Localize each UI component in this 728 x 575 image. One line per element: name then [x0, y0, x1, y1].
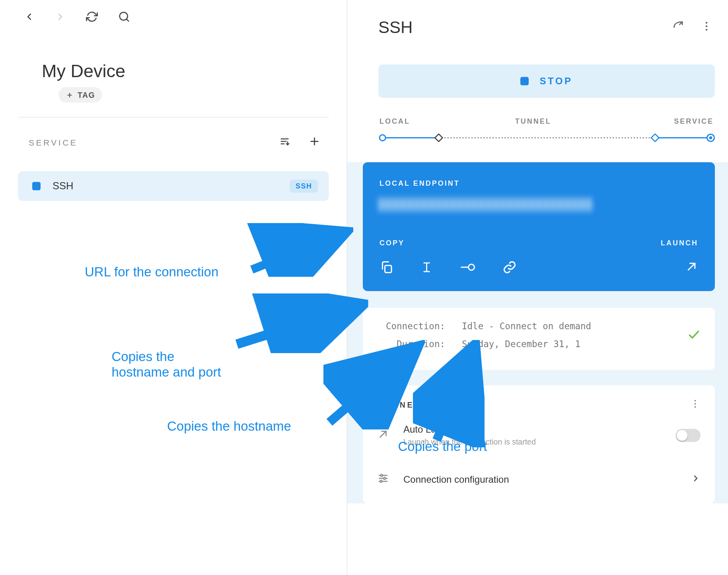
- detail-duration-key: Duration:: [380, 339, 445, 350]
- svg-rect-15: [651, 134, 659, 142]
- back-icon[interactable]: [24, 12, 35, 25]
- svg-point-7: [706, 22, 708, 24]
- launch-setting-icon: [377, 428, 389, 442]
- route-local: LOCAL: [380, 117, 410, 125]
- svg-point-20: [469, 264, 475, 270]
- auto-launch-toggle[interactable]: [675, 429, 701, 442]
- copy-hostname-icon[interactable]: [420, 260, 433, 277]
- section-more-icon[interactable]: [690, 398, 701, 411]
- svg-point-8: [706, 25, 708, 27]
- service-heading: SERVICE: [29, 138, 78, 148]
- service-header: SERVICE: [0, 136, 347, 150]
- left-panel: My Device ＋ TAG SERVICE SSH SSH: [0, 0, 347, 575]
- check-icon: [687, 328, 701, 344]
- copy-port-icon[interactable]: [459, 260, 476, 277]
- nav-bar: [0, 11, 347, 25]
- svg-rect-18: [385, 266, 392, 273]
- share-icon[interactable]: [672, 20, 685, 35]
- endpoint-card: LOCAL ENDPOINT COPY: [363, 162, 715, 291]
- connection-config-setting[interactable]: Connection configuration: [377, 459, 701, 500]
- svg-point-31: [383, 478, 385, 480]
- copy-label: COPY: [380, 239, 519, 247]
- stop-icon: [521, 77, 529, 85]
- service-item-ssh[interactable]: SSH SSH: [18, 171, 329, 201]
- svg-point-9: [706, 29, 708, 31]
- detail-duration-val: Sunday, December 31, 1: [462, 339, 580, 350]
- device-block: My Device ＋ TAG: [0, 25, 347, 103]
- stop-label: STOP: [540, 76, 573, 87]
- search-icon[interactable]: [118, 11, 130, 25]
- add-service-icon[interactable]: [309, 136, 321, 150]
- launch-icon[interactable]: [661, 260, 698, 276]
- route-service: SERVICE: [674, 117, 714, 125]
- detail-header: SSH: [378, 18, 715, 37]
- svg-point-24: [695, 403, 696, 405]
- connection-section: CONNECTION ▼ Auto Launch Launch when the…: [363, 385, 715, 503]
- refresh-icon[interactable]: [86, 11, 98, 25]
- device-title: My Device: [42, 61, 323, 81]
- route-diagram: [378, 134, 715, 142]
- right-panel: SSH STOP LOCAL TUNNEL SERVICE: [347, 0, 728, 575]
- svg-line-1: [127, 19, 128, 21]
- svg-line-26: [380, 431, 386, 437]
- stop-button[interactable]: STOP: [378, 64, 715, 98]
- tag-label: TAG: [78, 90, 95, 99]
- divider: [18, 117, 329, 118]
- forward-icon: [55, 12, 66, 25]
- svg-point-30: [381, 474, 383, 476]
- auto-launch-desc: Launch when the connection is started: [403, 437, 661, 447]
- route-labels: LOCAL TUNNEL SERVICE: [378, 117, 715, 125]
- auto-launch-title: Auto Launch: [403, 424, 661, 435]
- copy-link-icon[interactable]: [502, 260, 519, 277]
- endpoint-label: LOCAL ENDPOINT: [380, 179, 698, 187]
- detail-connection-val: Idle - Connect on demand: [462, 321, 591, 332]
- svg-point-13: [380, 135, 385, 141]
- page-title: SSH: [378, 18, 413, 37]
- svg-rect-14: [435, 134, 442, 142]
- add-tag-button[interactable]: ＋ TAG: [58, 87, 102, 103]
- auto-launch-setting[interactable]: Auto Launch Launch when the connection i…: [377, 411, 701, 460]
- launch-label: LAUNCH: [661, 239, 698, 247]
- connection-heading: CONNECTION: [377, 400, 447, 410]
- svg-point-23: [695, 400, 696, 402]
- svg-line-22: [688, 263, 695, 270]
- caret-down-icon: ▼: [456, 402, 463, 409]
- svg-point-32: [380, 480, 382, 482]
- service-badge: SSH: [290, 180, 318, 193]
- connection-heading-row[interactable]: CONNECTION ▼: [377, 398, 701, 411]
- sliders-icon: [377, 472, 389, 487]
- detail-connection-key: Connection:: [380, 321, 445, 332]
- chevron-right-icon: [691, 474, 701, 486]
- connection-config-title: Connection configuration: [403, 474, 677, 485]
- sort-icon[interactable]: [279, 136, 291, 150]
- endpoint-url[interactable]: [380, 198, 594, 211]
- svg-point-17: [709, 136, 712, 140]
- status-indicator-icon: [32, 182, 41, 190]
- copy-all-icon[interactable]: [380, 260, 394, 277]
- more-icon[interactable]: [701, 20, 712, 35]
- plus-icon: ＋: [66, 89, 74, 100]
- svg-point-25: [695, 406, 696, 408]
- route-tunnel: TUNNEL: [515, 117, 551, 125]
- connection-details: Connection: Idle - Connect on demand Dur…: [363, 308, 715, 370]
- service-name: SSH: [53, 180, 278, 192]
